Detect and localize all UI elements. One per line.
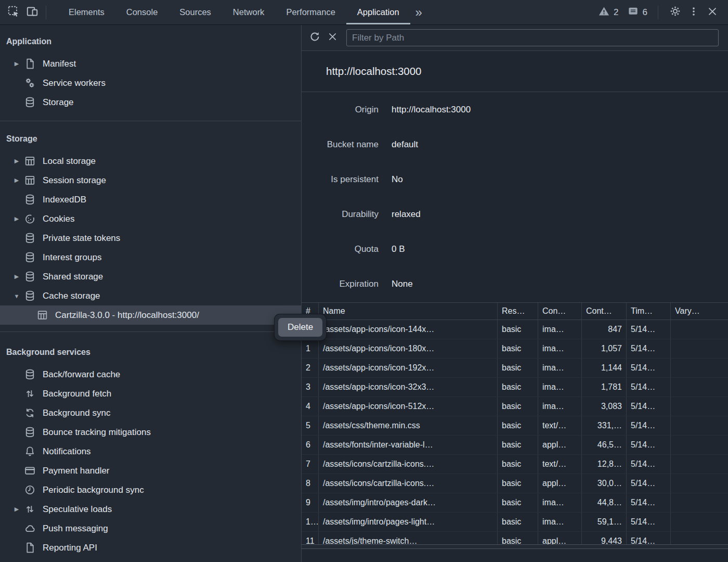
column-header-vary[interactable]: Vary… — [671, 303, 728, 320]
clear-icon — [327, 31, 338, 44]
column-header-con[interactable]: Con… — [538, 303, 582, 320]
context-menu-item-delete[interactable]: Delete — [278, 318, 322, 337]
table-cell: 5/14… — [627, 455, 671, 474]
gear-icon — [669, 5, 682, 20]
settings-button[interactable] — [666, 3, 684, 22]
column-header-name[interactable]: Name — [319, 303, 498, 320]
more-tabs-button[interactable]: » — [410, 6, 427, 19]
sidebar-item-manifest[interactable]: ▶Manifest — [0, 54, 301, 73]
meta-row-origin: Originhttp://localhost:3000 — [302, 92, 728, 127]
table-cell — [671, 397, 728, 416]
table-cell — [671, 455, 728, 474]
table-cell: 331,… — [582, 416, 627, 435]
sidebar-item-label: Speculative loads — [43, 504, 112, 515]
table-cell: basic — [498, 436, 538, 454]
table-cell: 8 — [302, 474, 319, 493]
database-icon — [23, 368, 36, 381]
chevron-right-icon[interactable]: ▶ — [10, 60, 23, 67]
sidebar-item-back-forward-cache[interactable]: Back/forward cache — [0, 365, 301, 384]
warnings-badge[interactable]: 2 — [598, 5, 618, 19]
chevron-right-icon[interactable]: ▶ — [10, 177, 23, 184]
table-cell: basic — [498, 378, 538, 397]
meta-value: default — [392, 139, 418, 150]
sidebar-item-shared-storage[interactable]: ▶Shared storage — [0, 267, 301, 286]
chevron-down-icon[interactable]: ▼ — [10, 293, 23, 299]
table-cell: /assets/img/intro/pages-light… — [319, 513, 498, 531]
messages-badge[interactable]: 6 — [627, 5, 647, 19]
column-header-res[interactable]: Res… — [498, 303, 538, 320]
close-devtools-button[interactable] — [703, 3, 722, 22]
table-row[interactable]: 8/assets/icons/cartzilla-icons.…basicapp… — [302, 474, 728, 493]
cookie-icon — [23, 212, 36, 226]
table-row[interactable]: 1…/assets/img/intro/pages-light…basicima… — [302, 513, 728, 532]
tab-performance[interactable]: Performance — [275, 0, 346, 24]
meta-value: 0 B — [392, 244, 405, 254]
sidebar-item-background-fetch[interactable]: Background fetch — [0, 384, 301, 403]
sidebar-item-local-storage[interactable]: ▶Local storage — [0, 151, 301, 171]
sidebar-item-background-sync[interactable]: Background sync — [0, 403, 301, 423]
table-row[interactable]: 3/assets/app-icons/icon-32x3…basicima…1,… — [302, 378, 728, 397]
sidebar-item-label: Session storage — [43, 175, 106, 186]
chevron-right-icon[interactable]: ▶ — [10, 273, 23, 280]
sidebar-item-private-state-tokens[interactable]: Private state tokens — [0, 228, 301, 248]
table-cell: 1 — [302, 339, 319, 358]
tab-sources[interactable]: Sources — [168, 0, 222, 24]
table-cell — [671, 493, 728, 512]
database-icon — [23, 251, 36, 264]
table-cell: ima… — [538, 320, 582, 339]
clear-filter-button[interactable] — [323, 29, 341, 47]
sidebar-item-label: Cache storage — [43, 291, 100, 301]
table-row[interactable]: 5/assets/css/theme.min.cssbasictext/…331… — [302, 416, 728, 436]
column-header-tim[interactable]: Tim… — [627, 303, 671, 320]
table-row[interactable]: 1/assets/app-icons/icon-180x…basicima…1,… — [302, 339, 728, 359]
table-cell: 4 — [302, 397, 319, 416]
sidebar-item-service-workers[interactable]: Service workers — [0, 73, 301, 93]
sidebar-item-cartzilla-3-0-0-http-localhost-3000[interactable]: Cartzilla-3.0.0 - http://localhost:3000/ — [0, 305, 301, 325]
table-cell: 30,0… — [582, 474, 627, 493]
chevron-right-icon[interactable]: ▶ — [10, 506, 23, 513]
table-row[interactable]: 11/assets/js/theme-switch…basicappl…9,44… — [302, 532, 728, 544]
sidebar-section-title-background-services: Background services — [0, 346, 301, 359]
sidebar-item-bounce-tracking-mitigations[interactable]: Bounce tracking mitigations — [0, 423, 301, 442]
sidebar-item-cache-storage[interactable]: ▼Cache storage — [0, 286, 301, 305]
table-cell: /assets/app-icons/icon-144x… — [319, 320, 498, 339]
sidebar-item-indexeddb[interactable]: IndexedDB — [0, 190, 301, 209]
table-cell: /assets/app-icons/icon-192x… — [319, 359, 498, 377]
column-header-cont[interactable]: Cont… — [582, 303, 627, 320]
refresh-button[interactable] — [306, 29, 323, 47]
chevron-right-icon[interactable]: ▶ — [10, 158, 23, 164]
sidebar-item-cookies[interactable]: ▶Cookies — [0, 209, 301, 228]
tab-network[interactable]: Network — [222, 0, 276, 24]
device-toolbar-button[interactable] — [23, 3, 42, 22]
table-cell: /assets/app-icons/icon-512x… — [319, 397, 498, 416]
sidebar-item-interest-groups[interactable]: Interest groups — [0, 248, 301, 267]
table-row[interactable]: 9/assets/img/intro/pages-dark…basicima…4… — [302, 493, 728, 513]
tab-application[interactable]: Application — [346, 0, 410, 24]
table-row[interactable]: 4/assets/app-icons/icon-512x…basicima…3,… — [302, 397, 728, 416]
table-cell: basic — [498, 339, 538, 358]
tab-console[interactable]: Console — [115, 0, 169, 24]
gears-icon — [23, 76, 36, 90]
table-cell: text/… — [538, 416, 582, 435]
sidebar-item-session-storage[interactable]: ▶Session storage — [0, 171, 301, 190]
sidebar-item-speculative-loads[interactable]: ▶Speculative loads — [0, 500, 301, 519]
table-row[interactable]: 0/assets/app-icons/icon-144x…basicima…84… — [302, 320, 728, 339]
table-row[interactable]: 7/assets/icons/cartzilla-icons.…basictex… — [302, 455, 728, 474]
sidebar-item-periodic-background-sync[interactable]: Periodic background sync — [0, 480, 301, 500]
table-row[interactable]: 2/assets/app-icons/icon-192x…basicima…1,… — [302, 359, 728, 378]
preview-resizer-handle[interactable] — [302, 544, 728, 549]
table-cell: 5/14… — [627, 359, 671, 377]
sidebar-item-storage[interactable]: Storage — [0, 93, 301, 112]
sidebar-item-notifications[interactable]: Notifications — [0, 442, 301, 461]
filter-by-path-input[interactable] — [346, 29, 719, 46]
sidebar-item-payment-handler[interactable]: Payment handler — [0, 461, 301, 480]
sidebar-item-reporting-api[interactable]: Reporting API — [0, 538, 301, 557]
sidebar-item-push-messaging[interactable]: Push messaging — [0, 519, 301, 538]
chevron-right-icon[interactable]: ▶ — [10, 215, 23, 222]
inspect-element-button[interactable] — [4, 3, 23, 22]
meta-value: relaxed — [392, 209, 421, 220]
kebab-menu-button[interactable] — [684, 3, 703, 22]
tab-elements[interactable]: Elements — [58, 0, 115, 24]
meta-row-expiration: ExpirationNone — [302, 266, 728, 301]
table-row[interactable]: 6/assets/fonts/inter-variable-l…basicapp… — [302, 436, 728, 455]
